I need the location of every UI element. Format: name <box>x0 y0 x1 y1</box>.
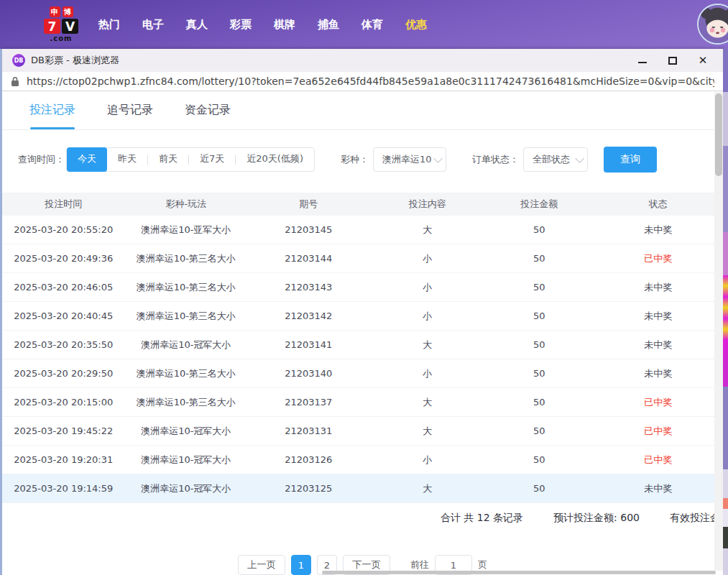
close-icon: ✕ <box>699 55 708 66</box>
cell-amount: 50 <box>485 339 593 350</box>
table-row[interactable]: 2025-03-20 20:40:45澳洲幸运10-第三名大小21203142小… <box>2 302 723 331</box>
table-row[interactable]: 2025-03-20 19:20:31澳洲幸运10-冠军大小21203126小5… <box>2 446 723 474</box>
cell-content: 小 <box>370 454 485 466</box>
window-controls: ✕ <box>637 55 713 66</box>
summary-valid-amount: 有效投注金 <box>670 512 720 525</box>
minimize-icon <box>638 62 647 63</box>
nav-item-6[interactable]: 捕鱼 <box>317 18 340 32</box>
avatar-illustration <box>699 5 728 43</box>
cell-time: 2025-03-20 20:29:50 <box>2 368 125 379</box>
table-row[interactable]: 2025-03-20 19:14:59澳洲幸运10-冠军大小21203125大5… <box>2 474 723 503</box>
vertical-scrollbar-thumb[interactable] <box>715 93 722 176</box>
cell-game: 澳洲幸运10-冠军大小 <box>125 482 248 495</box>
table-row[interactable]: 2025-03-20 20:49:36澳洲幸运10-第三名大小21203144小… <box>2 244 723 273</box>
table-row[interactable]: 2025-03-20 20:55:20澳洲幸运10-亚军大小21203145大5… <box>2 216 723 244</box>
time-filter-label: 查询时间： <box>18 153 65 166</box>
table-body: 2025-03-20 20:55:20澳洲幸运10-亚军大小21203145大5… <box>2 216 723 503</box>
site-logo[interactable]: 申 博 7 V .com <box>37 6 85 42</box>
cell-amount: 50 <box>485 310 593 321</box>
main-nav: 热门电子真人彩票棋牌捕鱼体育优惠 <box>98 18 428 32</box>
nav-item-8[interactable]: 优惠 <box>405 18 428 32</box>
cell-status: 未中奖 <box>593 224 723 236</box>
site-header: 申 博 7 V .com 热门电子真人彩票棋牌捕鱼体育优惠 <box>0 0 728 49</box>
maximize-icon <box>668 57 677 65</box>
table-row[interactable]: 2025-03-20 20:15:00澳洲幸运10-第三名大小21203137大… <box>2 388 723 417</box>
cell-issue: 21203131 <box>247 426 370 436</box>
table-row[interactable]: 2025-03-20 20:46:05澳洲幸运10-第三名大小21203143小… <box>2 273 723 302</box>
cell-issue: 21203140 <box>247 368 370 379</box>
cell-amount: 50 <box>485 454 593 465</box>
table-row[interactable]: 2025-03-20 19:45:22澳洲幸运10-冠军大小21203131大5… <box>2 417 723 446</box>
cell-amount: 50 <box>485 368 593 379</box>
cell-status: 未中奖 <box>593 310 723 323</box>
prev-page-button[interactable]: 上一页 <box>238 555 285 575</box>
lottery-select[interactable]: 澳洲幸运10 <box>373 147 446 172</box>
cell-content: 大 <box>370 339 485 351</box>
cell-status: 已中奖 <box>593 396 723 409</box>
cell-content: 小 <box>370 367 485 380</box>
cell-game: 澳洲幸运10-亚军大小 <box>125 224 248 236</box>
lock-icon <box>11 76 19 87</box>
cell-status: 未中奖 <box>593 281 723 294</box>
user-avatar[interactable] <box>697 4 728 45</box>
cell-content: 小 <box>370 252 485 265</box>
url-text: https://ctop02pchwp1.zfnc84.com/lottery/… <box>27 75 714 87</box>
cell-content: 大 <box>370 425 485 438</box>
table-header-row: 投注时间彩种-玩法期号投注内容投注金额状态 <box>2 193 723 216</box>
lottery-filter-label: 彩种： <box>341 153 369 166</box>
cell-time: 2025-03-20 20:40:45 <box>2 310 125 321</box>
minimize-button[interactable] <box>637 55 648 66</box>
table-row[interactable]: 2025-03-20 20:29:50澳洲幸运10-第三名大小21203140小… <box>2 359 723 388</box>
tab-3[interactable]: 资金记录 <box>185 91 231 129</box>
cell-time: 2025-03-20 20:46:05 <box>2 282 125 293</box>
order-status-value: 全部状态 <box>533 153 570 166</box>
chevron-down-icon <box>433 154 443 163</box>
time-option-4[interactable]: 近7天 <box>189 147 235 172</box>
order-status-select[interactable]: 全部状态 <box>523 147 588 172</box>
time-option-2[interactable]: 昨天 <box>107 147 147 172</box>
cell-game: 澳洲幸运10-冠军大小 <box>125 339 248 351</box>
time-option-5[interactable]: 近20天(低频) <box>236 147 314 172</box>
cell-time: 2025-03-20 20:15:00 <box>2 397 125 408</box>
nav-item-4[interactable]: 彩票 <box>229 18 252 32</box>
summary-estimated-amount: 预计投注金额: 600 <box>553 512 640 525</box>
cell-issue: 21203142 <box>247 310 370 321</box>
close-button[interactable]: ✕ <box>697 55 709 66</box>
cell-issue: 21203145 <box>247 224 370 235</box>
tab-1[interactable]: 投注记录 <box>29 91 75 129</box>
cell-game: 澳洲幸运10-第三名大小 <box>125 367 248 380</box>
cell-amount: 50 <box>485 397 593 408</box>
maximize-button[interactable] <box>667 55 678 66</box>
column-header-3: 期号 <box>247 198 370 211</box>
address-bar[interactable]: https://ctop02pchwp1.zfnc84.com/lottery/… <box>2 72 723 91</box>
cell-issue: 21203125 <box>247 483 370 494</box>
tab-2[interactable]: 追号记录 <box>107 91 153 129</box>
chevron-down-icon <box>575 154 584 163</box>
time-option-1[interactable]: 今天 <box>67 147 107 172</box>
logo-chip-bo: 博 <box>63 6 73 17</box>
nav-item-5[interactable]: 棋牌 <box>273 18 296 32</box>
nav-item-3[interactable]: 真人 <box>185 18 208 32</box>
search-button[interactable]: 查询 <box>604 147 657 172</box>
browser-titlebar[interactable]: DB DB彩票 - 极速浏览器 ✕ <box>2 49 723 72</box>
cell-issue: 21203141 <box>247 339 370 350</box>
cell-status: 未中奖 <box>593 482 723 495</box>
cell-content: 小 <box>370 281 485 294</box>
column-header-4: 投注内容 <box>370 198 485 211</box>
table-row[interactable]: 2025-03-20 20:35:50澳洲幸运10-冠军大小21203141大5… <box>2 331 723 359</box>
cell-time: 2025-03-20 20:35:50 <box>2 339 125 350</box>
time-option-3[interactable]: 前天 <box>148 147 188 172</box>
page-button-1[interactable]: 1 <box>291 555 311 575</box>
cell-time: 2025-03-20 19:20:31 <box>2 454 125 465</box>
nav-item-2[interactable]: 电子 <box>142 18 165 32</box>
cell-issue: 21203126 <box>247 454 370 465</box>
cell-issue: 21203144 <box>247 253 370 264</box>
vertical-scrollbar[interactable] <box>714 92 723 571</box>
nav-item-7[interactable]: 体育 <box>361 18 384 32</box>
nav-item-1[interactable]: 热门 <box>98 18 121 32</box>
cell-content: 大 <box>370 224 485 236</box>
horizontal-scrollbar-thumb[interactable] <box>322 571 716 574</box>
cell-amount: 50 <box>485 282 593 293</box>
cell-amount: 50 <box>485 253 593 264</box>
summary-bar: 合计 共 12 条记录 预计投注金额: 600 有效投注金 <box>2 503 723 533</box>
